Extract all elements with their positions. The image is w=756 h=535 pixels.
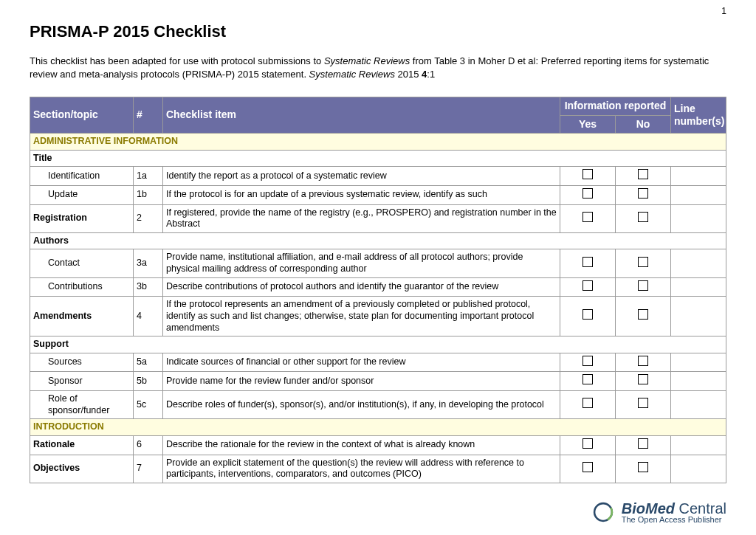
no-cell[interactable] — [615, 277, 670, 297]
line-cell[interactable] — [671, 391, 726, 419]
intro-issue: :1 — [427, 69, 435, 80]
topic-cell: Update — [30, 185, 134, 204]
th-num: # — [134, 97, 163, 134]
yes-cell[interactable] — [560, 353, 615, 372]
checkbox-icon[interactable] — [638, 462, 648, 472]
line-cell[interactable] — [671, 277, 726, 297]
yes-cell[interactable] — [560, 297, 615, 336]
no-cell[interactable] — [615, 372, 670, 391]
page-number: 1 — [721, 6, 726, 16]
line-cell[interactable] — [671, 353, 726, 372]
no-cell[interactable] — [615, 391, 670, 419]
no-cell[interactable] — [615, 249, 670, 277]
checkbox-icon[interactable] — [638, 188, 648, 199]
item-cell: Provide name, institutional affiliation,… — [163, 249, 560, 277]
table-row: Identification 1a Identify the report as… — [30, 167, 726, 186]
yes-cell[interactable] — [560, 435, 615, 455]
checkbox-icon[interactable] — [583, 356, 593, 366]
yes-cell[interactable] — [560, 167, 615, 186]
brand-light: Central — [675, 500, 726, 517]
no-cell[interactable] — [615, 435, 670, 455]
page-title: PRISMA-P 2015 Checklist — [30, 22, 726, 41]
footer-brand: BioMed Central The Open Access Publisher — [591, 500, 726, 525]
no-cell[interactable] — [615, 455, 670, 483]
th-info: Information reported — [560, 97, 670, 116]
checkbox-icon[interactable] — [638, 398, 648, 408]
checkbox-icon[interactable] — [638, 169, 648, 179]
band-intro: INTRODUCTION — [30, 419, 726, 436]
num-cell: 5b — [134, 372, 163, 391]
yes-cell[interactable] — [560, 185, 615, 204]
line-cell[interactable] — [671, 455, 726, 483]
no-cell[interactable] — [615, 297, 670, 336]
no-cell[interactable] — [615, 167, 670, 186]
checkbox-icon[interactable] — [638, 356, 648, 366]
item-cell: If registered, provide the name of the r… — [163, 204, 560, 232]
item-cell: Describe contributions of protocol autho… — [163, 277, 560, 297]
checkbox-icon[interactable] — [583, 438, 593, 449]
yes-cell[interactable] — [560, 277, 615, 297]
item-cell: Provide an explicit statement of the que… — [163, 455, 560, 483]
brand-bold: BioMed — [622, 500, 675, 517]
checkbox-icon[interactable] — [583, 398, 593, 408]
item-cell: If the protocol represents an amendment … — [163, 297, 560, 336]
topic-cell: Sources — [30, 353, 134, 372]
num-cell: 1a — [134, 167, 163, 186]
checkbox-icon[interactable] — [583, 374, 593, 384]
table-row: Contact 3a Provide name, institutional a… — [30, 249, 726, 277]
yes-cell[interactable] — [560, 249, 615, 277]
checkbox-icon[interactable] — [583, 462, 593, 472]
topic-cell: Contributions — [30, 277, 134, 297]
table-row: Registration 2 If registered, provide th… — [30, 204, 726, 232]
topic-cell: Identification — [30, 167, 134, 186]
group-support: Support — [30, 336, 726, 353]
yes-cell[interactable] — [560, 204, 615, 232]
yes-cell[interactable] — [560, 372, 615, 391]
num-cell: 3b — [134, 277, 163, 297]
checkbox-icon[interactable] — [583, 257, 593, 267]
intro-text: 2015 — [395, 69, 422, 80]
table-row: Rationale 6 Describe the rationale for t… — [30, 435, 726, 455]
line-cell[interactable] — [671, 204, 726, 232]
item-cell: Provide name for the review funder and/o… — [163, 372, 560, 391]
intro-text: This checklist has been adapted for use … — [30, 55, 324, 66]
checkbox-icon[interactable] — [583, 280, 593, 291]
item-cell: Indicate sources of financial or other s… — [163, 353, 560, 372]
intro-journal: Systematic Reviews — [309, 69, 395, 80]
checkbox-icon[interactable] — [638, 257, 648, 267]
checkbox-icon[interactable] — [638, 212, 648, 222]
checkbox-icon[interactable] — [583, 188, 593, 199]
th-item: Checklist item — [163, 97, 560, 134]
th-yes: Yes — [560, 115, 615, 134]
item-cell: Describe roles of funder(s), sponsor(s),… — [163, 391, 560, 419]
topic-cell: Rationale — [30, 435, 134, 455]
line-cell[interactable] — [671, 249, 726, 277]
table-row: Sources 5a Indicate sources of financial… — [30, 353, 726, 372]
checkbox-icon[interactable] — [583, 212, 593, 222]
checkbox-icon[interactable] — [638, 374, 648, 384]
no-cell[interactable] — [615, 185, 670, 204]
checkbox-icon[interactable] — [638, 280, 648, 291]
line-cell[interactable] — [671, 297, 726, 336]
th-line: Line number(s) — [671, 97, 726, 134]
no-cell[interactable] — [615, 204, 670, 232]
no-cell[interactable] — [615, 353, 670, 372]
topic-cell: Registration — [30, 204, 134, 232]
line-cell[interactable] — [671, 185, 726, 204]
num-cell: 7 — [134, 455, 163, 483]
topic-cell: Sponsor — [30, 372, 134, 391]
checkbox-icon[interactable] — [638, 309, 648, 320]
th-no: No — [615, 115, 670, 134]
yes-cell[interactable] — [560, 455, 615, 483]
line-cell[interactable] — [671, 372, 726, 391]
table-row: Sponsor 5b Provide name for the review f… — [30, 372, 726, 391]
th-section: Section/topic — [30, 97, 134, 134]
line-cell[interactable] — [671, 167, 726, 186]
checkbox-icon[interactable] — [583, 169, 593, 179]
yes-cell[interactable] — [560, 391, 615, 419]
line-cell[interactable] — [671, 435, 726, 455]
checkbox-icon[interactable] — [638, 438, 648, 449]
biomed-logo-icon — [591, 500, 616, 525]
checkbox-icon[interactable] — [583, 309, 593, 320]
table-row: Role of sponsor/funder 5c Describe roles… — [30, 391, 726, 419]
